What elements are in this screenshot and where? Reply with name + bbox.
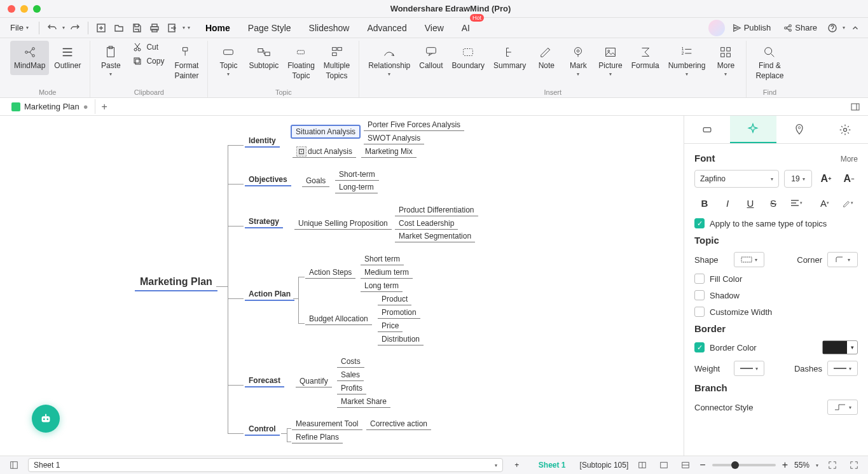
node-forecast[interactable]: Forecast [245, 375, 284, 387]
formula-button[interactable]: Formula [628, 41, 663, 75]
tab-page-style[interactable]: Page Style [245, 19, 294, 37]
picture-button[interactable]: Picture▾ [595, 41, 626, 81]
quick-access-dropdown[interactable]: ▾ [188, 25, 190, 31]
undo-history-dropdown[interactable]: ▾ [62, 25, 65, 31]
node-corrective[interactable]: Corrective action [366, 418, 431, 430]
more-insert-button[interactable]: More▾ [710, 41, 741, 81]
zoom-slider[interactable] [712, 464, 776, 466]
zoom-thumb[interactable] [731, 461, 739, 469]
mindmap-mode-button[interactable]: MindMap [10, 41, 49, 75]
node-control[interactable]: Control [245, 423, 280, 436]
connector-style-select[interactable]: ▾ [827, 400, 858, 415]
font-increase-button[interactable]: A+ [817, 170, 835, 188]
sp-tab-settings[interactable] [822, 116, 868, 143]
node-promotion[interactable]: Promotion [378, 307, 420, 319]
node-short-term2[interactable]: Short term [361, 253, 404, 265]
export-dropdown[interactable]: ▾ [183, 25, 185, 31]
node-long-term2[interactable]: Long term [361, 280, 403, 292]
save-button[interactable] [129, 20, 144, 36]
sheet-selector[interactable]: Sheet 1▾ [28, 458, 503, 472]
node-identity[interactable]: Identity [245, 135, 280, 148]
zoom-dropdown[interactable]: ▾ [816, 463, 818, 468]
shadow-checkbox[interactable] [694, 290, 705, 300]
node-marketing-mix[interactable]: Marketing Mix [361, 146, 417, 158]
zoom-out-button[interactable]: − [699, 459, 705, 471]
border-color-checkbox[interactable]: ✓ [694, 342, 705, 352]
node-short-term[interactable]: Short-term [335, 169, 379, 181]
help-button[interactable] [825, 20, 840, 36]
node-measurement[interactable]: Measurement Tool [292, 418, 362, 430]
print-button[interactable] [147, 20, 162, 36]
node-market-share[interactable]: Market Share [337, 396, 390, 408]
node-market-seg[interactable]: Market Segmentation [395, 230, 475, 242]
file-menu[interactable]: File ▾ [5, 20, 34, 35]
zoom-level[interactable]: 55% [794, 461, 809, 470]
node-price[interactable]: Price [378, 320, 403, 332]
fill-color-checkbox[interactable] [694, 274, 705, 284]
minimize-window-button[interactable] [20, 5, 28, 13]
publish-button[interactable]: Publish [727, 20, 776, 35]
tab-view[interactable]: View [422, 19, 446, 37]
weight-select[interactable]: ▾ [734, 361, 764, 376]
open-button[interactable] [111, 20, 127, 36]
panel-toggle-button[interactable] [848, 99, 863, 115]
sheet-tab-1[interactable]: Sheet 1 [531, 459, 574, 471]
node-sales[interactable]: Sales [337, 369, 364, 381]
node-product-analysis[interactable]: ⊡duct Analysis [293, 146, 356, 158]
highlight-button[interactable]: ▾ [837, 194, 858, 212]
fullscreen-button[interactable] [846, 457, 862, 473]
node-refine[interactable]: Refine Plans [292, 431, 343, 443]
relationship-button[interactable]: Relationship▾ [364, 41, 414, 81]
tab-slideshow[interactable]: Slideshow [307, 19, 352, 37]
node-distribution[interactable]: Distribution [378, 333, 424, 345]
add-sheet-button[interactable]: + [509, 457, 525, 473]
node-product[interactable]: Product [378, 293, 411, 305]
font-more-button[interactable]: More [841, 155, 858, 164]
subtopic-button[interactable]: Subtopic [245, 41, 282, 75]
font-decrease-button[interactable]: A− [840, 170, 858, 188]
sp-tab-style[interactable] [684, 116, 730, 143]
apply-same-checkbox[interactable]: ✓ [694, 218, 705, 228]
mark-button[interactable]: Mark▾ [563, 41, 593, 81]
boundary-button[interactable]: Boundary [448, 41, 488, 75]
node-costs[interactable]: Costs [337, 356, 364, 368]
underline-button[interactable]: U [740, 194, 761, 212]
undo-button[interactable] [45, 20, 60, 36]
text-color-button[interactable]: A▾ [815, 194, 835, 212]
strike-button[interactable]: S [763, 194, 783, 212]
node-long-term[interactable]: Long-term [335, 181, 378, 193]
bold-button[interactable]: B [694, 194, 715, 212]
tab-ai[interactable]: AIHot [459, 19, 472, 37]
close-window-button[interactable] [8, 5, 15, 13]
node-medium-term[interactable]: Medium term [361, 267, 413, 279]
view-mode-2[interactable] [656, 457, 672, 473]
format-painter-button[interactable]: Format Painter [170, 41, 202, 85]
fit-to-screen-button[interactable] [825, 457, 840, 473]
add-tab-button[interactable]: + [95, 99, 114, 115]
align-button[interactable]: ▾ [786, 194, 806, 212]
italic-button[interactable]: I [717, 194, 738, 212]
help-dropdown[interactable]: ▾ [843, 25, 845, 31]
outliner-mode-button[interactable]: Outliner [50, 41, 85, 75]
summary-button[interactable]: Summary [490, 41, 530, 75]
numbering-button[interactable]: 12Numbering▾ [665, 41, 710, 81]
zoom-in-button[interactable]: + [782, 459, 788, 471]
node-cost-leadership[interactable]: Cost Leadership [395, 218, 458, 230]
cut-button[interactable]: Cut [127, 41, 169, 53]
callout-button[interactable]: Callout [415, 41, 446, 75]
node-swot[interactable]: SWOT Analysis [364, 132, 424, 144]
new-button[interactable] [93, 20, 109, 36]
node-action-steps[interactable]: Action Steps [305, 267, 355, 279]
user-avatar[interactable] [708, 20, 725, 36]
view-mode-3[interactable] [678, 457, 693, 473]
collapse-ribbon-button[interactable] [848, 20, 863, 36]
node-porter[interactable]: Porter Five Forces Analysis [364, 119, 464, 131]
topic-button[interactable]: Topic▾ [213, 41, 244, 81]
node-budget-alloc[interactable]: Budget Allocation [305, 313, 372, 325]
assistant-button[interactable] [32, 405, 60, 433]
note-button[interactable]: Note [531, 41, 561, 75]
node-usp[interactable]: Unique Selling Proposition [294, 218, 392, 230]
corner-select[interactable]: ▾ [827, 252, 858, 267]
node-situation-analysis[interactable]: Situation Analysis [291, 125, 361, 139]
paste-button[interactable]: Paste▾ [95, 41, 126, 81]
